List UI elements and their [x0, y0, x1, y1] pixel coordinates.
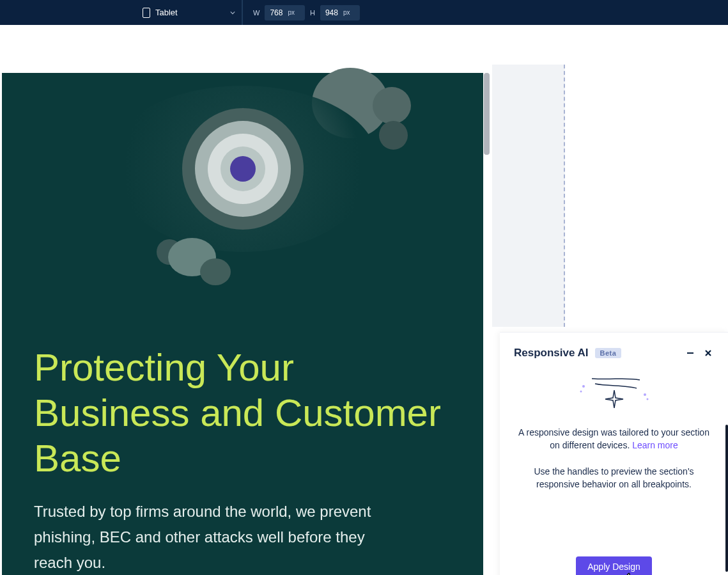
hero-graphic [34, 73, 451, 303]
canvas-area: Protecting Your Business and Customer Ba… [0, 25, 728, 575]
svg-point-3 [644, 393, 646, 396]
panel-title: Responsive AI [514, 347, 589, 359]
panel-body: A responsive design was tailored to your… [500, 423, 728, 503]
width-unit: px [288, 9, 295, 16]
device-label: Tablet [155, 8, 225, 17]
breakpoint-ghost-area[interactable] [492, 65, 565, 327]
width-label: W [253, 9, 259, 17]
device-selector[interactable]: Tablet [136, 0, 242, 25]
height-label: H [310, 9, 315, 17]
height-input[interactable] [320, 5, 343, 20]
beta-badge: Beta [595, 348, 622, 358]
preview-frame[interactable]: Protecting Your Business and Customer Ba… [2, 40, 483, 575]
top-toolbar: Tablet W px H px [0, 0, 728, 25]
panel-scrollbar[interactable] [725, 425, 728, 572]
apply-design-button[interactable]: Apply Design [576, 556, 652, 575]
panel-header: Responsive AI Beta [500, 333, 728, 366]
cloud-shape [200, 258, 231, 285]
sparkle-icon [576, 372, 653, 417]
hero-subtitle: Trusted by top firms around the world, w… [34, 499, 379, 575]
hero-section: Protecting Your Business and Customer Ba… [2, 73, 483, 575]
svg-point-2 [580, 391, 582, 393]
height-unit: px [343, 9, 350, 16]
width-input[interactable] [265, 5, 288, 20]
panel-message-2: Use the handles to preview the section's… [516, 465, 711, 491]
preview-scrollbar-thumb[interactable] [484, 73, 490, 155]
svg-point-1 [582, 385, 585, 388]
minimize-button[interactable] [685, 347, 696, 359]
tablet-icon [143, 8, 150, 18]
eye-graphic [109, 86, 377, 252]
learn-more-link[interactable]: Learn more [632, 440, 678, 450]
cloud-shape [379, 121, 408, 150]
cloud-shape [373, 87, 411, 124]
panel-illustration [500, 366, 728, 423]
dimension-controls: W px H px [242, 0, 360, 25]
svg-point-4 [646, 398, 648, 400]
panel-message-1: A responsive design was tailored to your… [516, 426, 711, 452]
chevron-down-icon [230, 10, 235, 15]
responsive-ai-panel: Responsive AI Beta [500, 332, 728, 575]
close-button[interactable] [702, 347, 714, 359]
panel-actions: Apply Design Discard Changes [500, 556, 728, 575]
hero-title: Protecting Your Business and Customer Ba… [34, 345, 451, 481]
